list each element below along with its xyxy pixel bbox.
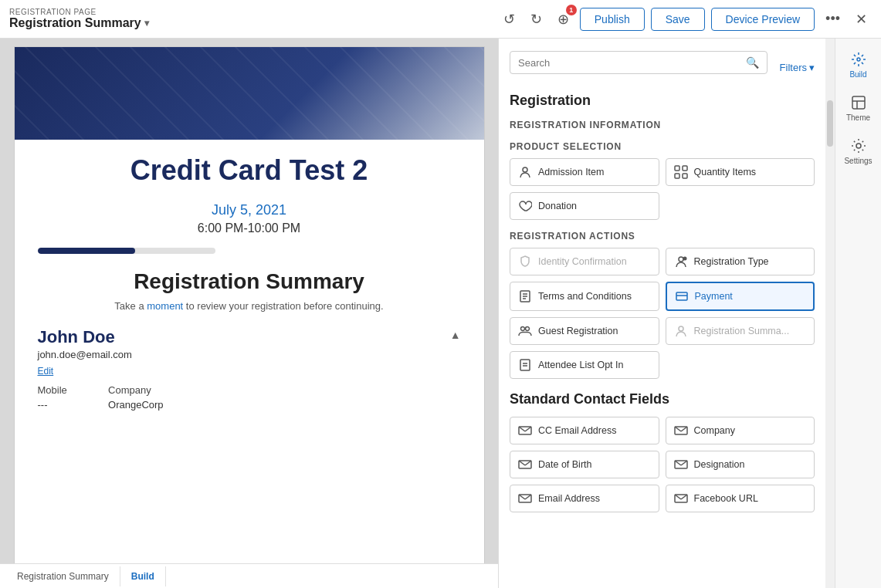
search-input[interactable] (518, 57, 741, 69)
filters-button[interactable]: Filters ▾ (780, 62, 815, 73)
item-reg-summary[interactable]: Registration Summa... (666, 317, 815, 345)
item-donation[interactable]: Donation (510, 192, 659, 220)
undo-button[interactable]: ↺ (499, 8, 520, 31)
page-title: Registration Summary (9, 16, 141, 30)
dob-label: Date of Birth (538, 459, 591, 470)
email-icon (518, 492, 532, 505)
panel-scrollbar-thumb (827, 100, 833, 147)
svg-line-20 (519, 427, 525, 431)
sidebar-icons: Build Theme Settings (835, 39, 881, 588)
device-preview-button[interactable]: Device Preview (711, 8, 815, 31)
attendee-icon (518, 358, 532, 372)
sidebar-theme-label: Theme (846, 113, 870, 122)
svg-line-30 (681, 461, 687, 465)
item-cc-email[interactable]: CC Email Address (510, 417, 659, 444)
item-email[interactable]: Email Address (510, 485, 659, 512)
guest-label: Guest Registration (538, 326, 618, 336)
donation-icon (518, 199, 532, 213)
notification-badge[interactable]: ⊕ 1 (553, 8, 574, 31)
item-payment[interactable]: Payment (666, 282, 815, 311)
attendee-label: Attendee List Opt In (538, 360, 624, 370)
edit-link[interactable]: Edit (38, 366, 54, 377)
item-dob[interactable]: Date of Birth (510, 451, 659, 478)
person-fields: Mobile Company --- OrangeCorp (38, 384, 164, 411)
cc-email-icon (518, 424, 532, 438)
svg-line-29 (675, 461, 681, 465)
item-quantity[interactable]: Quantity Items (666, 158, 815, 186)
admission-label: Admission Item (538, 167, 604, 177)
item-designation[interactable]: Designation (666, 451, 815, 478)
svg-line-26 (519, 461, 525, 465)
more-options-button[interactable]: ••• (821, 8, 845, 30)
person-name: John Doe (38, 327, 164, 347)
svg-point-15 (679, 326, 683, 331)
title-chevron-icon[interactable]: ▾ (144, 18, 149, 29)
payment-icon (675, 289, 689, 303)
svg-point-14 (526, 327, 530, 331)
mobile-label: Mobile (38, 384, 93, 396)
progress-bar (38, 248, 215, 254)
item-identity[interactable]: Identity Confirmation (510, 248, 659, 275)
svg-line-27 (525, 461, 531, 465)
guest-icon (518, 324, 532, 338)
item-guest[interactable]: Guest Registration (510, 317, 659, 345)
panel-section-title: Registration (510, 93, 815, 109)
panel-content: 🔍 Filters ▾ Registration Registration In… (499, 39, 825, 588)
actions-grid: Identity Confirmation Registration Type (510, 248, 815, 379)
identity-label: Identity Confirmation (538, 256, 627, 267)
save-button[interactable]: Save (651, 8, 705, 31)
section-title: Registration Summary (38, 269, 461, 294)
facebook-icon (674, 492, 688, 505)
registration-actions-label: REGISTRATION ACTIONS (510, 231, 815, 242)
svg-point-6 (683, 257, 686, 261)
svg-line-21 (525, 427, 531, 431)
canvas-header-image (15, 47, 484, 140)
item-admission[interactable]: Admission Item (510, 158, 659, 186)
svg-line-23 (675, 427, 681, 431)
sidebar-item-build[interactable]: Build (835, 45, 881, 85)
publish-button[interactable]: Publish (580, 8, 645, 31)
svg-line-35 (675, 495, 681, 499)
item-terms[interactable]: Terms and Conditions (510, 282, 659, 311)
company-label: Company (694, 425, 736, 436)
item-reg-type[interactable]: Registration Type (666, 248, 815, 275)
item-company[interactable]: Company (666, 417, 815, 444)
event-date: July 5, 2021 (38, 202, 461, 218)
donation-label: Donation (538, 201, 577, 211)
event-title: Credit Card Test 2 (38, 154, 461, 187)
bottom-tabs: Registration Summary Build (0, 563, 498, 588)
close-button[interactable]: ✕ (851, 8, 872, 31)
subtitle-post: to review your registration before conti… (186, 300, 384, 312)
terms-icon (518, 289, 532, 303)
section-subtitle: Take a moment to review your registratio… (38, 300, 461, 312)
subtitle-link[interactable]: moment (147, 300, 183, 312)
facebook-label: Facebook URL (694, 493, 758, 504)
svg-point-0 (523, 167, 527, 172)
chevron-up-icon[interactable]: ▲ (450, 329, 461, 341)
panel-scrollbar[interactable] (825, 39, 835, 588)
tab-build[interactable]: Build (120, 566, 166, 586)
toolbar-title-area: Registration Summary ▾ (9, 16, 149, 30)
standard-contact-title: Standard Contact Fields (510, 391, 815, 407)
canvas-wrapper: Credit Card Test 2 July 5, 2021 6:00 PM-… (14, 46, 485, 580)
item-attendee[interactable]: Attendee List Opt In (510, 351, 659, 379)
item-facebook[interactable]: Facebook URL (666, 485, 815, 512)
progress-fill (38, 248, 136, 254)
dob-icon (518, 458, 532, 471)
person-info: John Doe john.doe@email.com Edit Mobile … (38, 327, 164, 411)
right-panel: 🔍 Filters ▾ Registration Registration In… (498, 39, 881, 588)
svg-rect-1 (675, 166, 679, 171)
cc-email-label: CC Email Address (538, 425, 616, 436)
redo-button[interactable]: ↻ (526, 8, 547, 31)
subtitle-pre: Take a (114, 300, 144, 312)
svg-rect-11 (676, 292, 687, 300)
reg-summary-icon (674, 324, 688, 338)
quantity-icon (674, 165, 688, 179)
tab-registration-summary[interactable]: Registration Summary (6, 566, 120, 586)
breadcrumb: REGISTRATION PAGE (9, 8, 149, 16)
person-email: john.doe@email.com (38, 349, 164, 360)
sidebar-item-theme[interactable]: Theme (835, 88, 881, 128)
sidebar-item-settings[interactable]: Settings (835, 131, 881, 171)
svg-line-24 (681, 427, 687, 431)
company-icon (674, 424, 688, 438)
